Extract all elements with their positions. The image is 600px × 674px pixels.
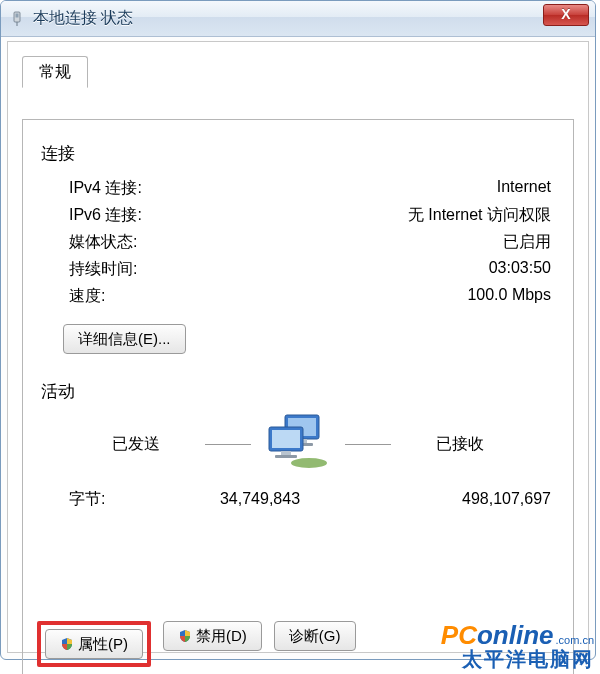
divider-right [345, 444, 391, 445]
disable-label: 禁用(D) [196, 627, 247, 646]
speed-label: 速度: [69, 286, 105, 307]
sent-bytes: 34,749,843 [170, 490, 350, 508]
details-row: 详细信息(E)... [63, 324, 555, 354]
tab-panel-general: 连接 IPv4 连接: Internet IPv6 连接: 无 Internet… [22, 119, 574, 674]
bytes-label: 字节: [69, 489, 149, 510]
row-speed: 速度: 100.0 Mbps [41, 283, 555, 310]
speed-value: 100.0 Mbps [467, 286, 551, 307]
ipv6-value: 无 Internet 访问权限 [408, 205, 551, 226]
duration-value: 03:03:50 [489, 259, 551, 280]
svg-rect-9 [281, 451, 291, 455]
tab-strip: 常规 [22, 56, 574, 88]
close-icon: X [561, 6, 570, 22]
footer-buttons: 属性(P) 禁用(D) 诊断(G) [37, 621, 559, 667]
recv-header: 已接收 [399, 434, 521, 455]
network-adapter-icon [9, 11, 25, 27]
svg-rect-1 [16, 13, 19, 17]
network-activity-icon [259, 413, 337, 475]
properties-button[interactable]: 属性(P) [45, 629, 143, 659]
divider-left [205, 444, 251, 445]
diagnose-button[interactable]: 诊断(G) [274, 621, 356, 651]
shield-icon [60, 637, 74, 651]
row-ipv4: IPv4 连接: Internet [41, 175, 555, 202]
highlight-box: 属性(P) [37, 621, 151, 667]
disable-button[interactable]: 禁用(D) [163, 621, 262, 651]
row-duration: 持续时间: 03:03:50 [41, 256, 555, 283]
bytes-row: 字节: 34,749,843 498,107,697 [41, 485, 555, 510]
ipv4-label: IPv4 连接: [69, 178, 142, 199]
close-button[interactable]: X [543, 4, 589, 26]
sent-header: 已发送 [75, 434, 197, 455]
recv-bytes: 498,107,697 [371, 490, 551, 508]
svg-rect-10 [275, 455, 297, 458]
activity-headers: 已发送 [41, 413, 555, 475]
media-label: 媒体状态: [69, 232, 137, 253]
ipv4-value: Internet [497, 178, 551, 199]
row-ipv6: IPv6 连接: 无 Internet 访问权限 [41, 202, 555, 229]
activity-section-title: 活动 [41, 380, 555, 403]
connection-section-title: 连接 [41, 142, 555, 165]
diagnose-label: 诊断(G) [289, 627, 341, 646]
activity-section: 活动 已发送 [41, 380, 555, 510]
media-value: 已启用 [503, 232, 551, 253]
svg-rect-8 [272, 430, 300, 448]
dialog-window: 本地连接 状态 X 常规 连接 IPv4 连接: Internet IPv6 连… [0, 0, 596, 660]
properties-label: 属性(P) [78, 635, 128, 654]
shield-icon [178, 629, 192, 643]
tab-general[interactable]: 常规 [22, 56, 88, 88]
svg-point-11 [291, 458, 327, 468]
row-media: 媒体状态: 已启用 [41, 229, 555, 256]
window-title: 本地连接 状态 [33, 8, 133, 29]
details-button[interactable]: 详细信息(E)... [63, 324, 186, 354]
duration-label: 持续时间: [69, 259, 137, 280]
ipv6-label: IPv6 连接: [69, 205, 142, 226]
client-area: 常规 连接 IPv4 连接: Internet IPv6 连接: 无 Inter… [7, 41, 589, 653]
titlebar: 本地连接 状态 X [1, 1, 595, 37]
